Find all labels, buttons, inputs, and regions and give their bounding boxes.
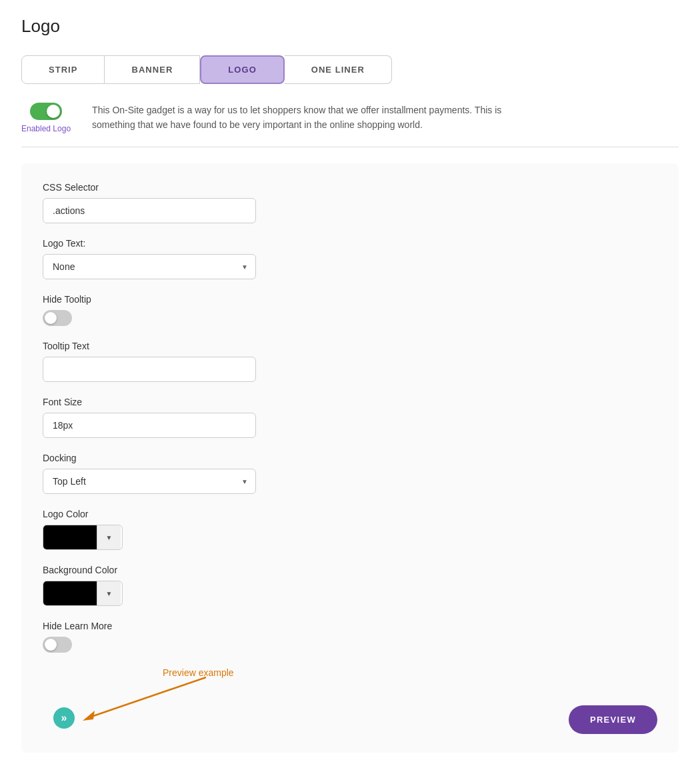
logo-text-group: Logo Text: None Small Medium Large: [43, 238, 657, 279]
background-color-label: Background Color: [43, 565, 657, 575]
bottom-area: Preview example » PREVIEW: [43, 667, 657, 734]
form-section: CSS Selector Logo Text: None Small Mediu…: [21, 163, 679, 753]
hide-learn-more-toggle[interactable]: [43, 637, 72, 653]
enabled-logo-label: Enabled Logo: [21, 124, 71, 133]
divider: [21, 147, 679, 147]
docking-group: Docking Top Left Top Right Bottom Left B…: [43, 453, 657, 494]
docking-select-wrapper: Top Left Top Right Bottom Left Bottom Ri…: [43, 469, 256, 494]
background-color-picker[interactable]: ▼: [43, 581, 123, 606]
docking-select[interactable]: Top Left Top Right Bottom Left Bottom Ri…: [43, 469, 256, 494]
logo-color-label: Logo Color: [43, 509, 657, 519]
background-color-arrow-icon: ▼: [97, 581, 121, 605]
logo-color-arrow-icon: ▼: [97, 525, 121, 549]
logo-text-label: Logo Text:: [43, 238, 657, 249]
font-size-input[interactable]: [43, 413, 256, 438]
tooltip-text-input[interactable]: [43, 357, 256, 382]
tab-strip[interactable]: STRIP: [21, 55, 105, 84]
preview-button[interactable]: PREVIEW: [569, 705, 657, 734]
hide-learn-more-label: Hide Learn More: [43, 621, 657, 631]
tooltip-text-label: Tooltip Text: [43, 341, 657, 351]
css-selector-group: CSS Selector: [43, 182, 657, 223]
logo-color-picker[interactable]: ▼: [43, 525, 123, 550]
description-text: This On-Site gadget is a way for us to l…: [92, 103, 505, 133]
logo-color-swatch: [43, 525, 97, 549]
logo-text-select[interactable]: None Small Medium Large: [43, 254, 256, 279]
hide-tooltip-toggle[interactable]: [43, 310, 72, 326]
logo-color-group: Logo Color ▼: [43, 509, 657, 550]
svg-line-0: [89, 677, 206, 717]
font-size-group: Font Size: [43, 397, 657, 438]
tab-logo[interactable]: LOGO: [200, 55, 284, 84]
logo-preview-icon: »: [53, 707, 75, 729]
tab-banner[interactable]: BANNER: [105, 55, 200, 84]
css-selector-input[interactable]: [43, 198, 256, 223]
font-size-label: Font Size: [43, 397, 657, 407]
background-color-group: Background Color ▼: [43, 565, 657, 606]
preview-arrow-icon: [76, 674, 209, 727]
toggle-row: Enabled Logo This On-Site gadget is a wa…: [21, 103, 679, 133]
docking-label: Docking: [43, 453, 657, 463]
tab-one-liner[interactable]: ONE LINER: [285, 55, 392, 84]
hide-learn-more-group: Hide Learn More: [43, 621, 657, 653]
css-selector-label: CSS Selector: [43, 182, 657, 193]
tabs-row: STRIP BANNER LOGO ONE LINER: [21, 55, 679, 84]
page-title: Logo: [21, 16, 679, 37]
background-color-swatch: [43, 581, 97, 605]
logo-text-select-wrapper: None Small Medium Large: [43, 254, 256, 279]
enabled-logo-section: Enabled Logo: [21, 103, 71, 133]
hide-tooltip-group: Hide Tooltip: [43, 294, 657, 326]
hide-tooltip-label: Hide Tooltip: [43, 294, 657, 305]
page-wrapper: Logo STRIP BANNER LOGO ONE LINER Enabled…: [0, 0, 700, 764]
enabled-logo-toggle[interactable]: [30, 103, 62, 120]
tooltip-text-group: Tooltip Text: [43, 341, 657, 382]
svg-marker-1: [83, 711, 95, 721]
